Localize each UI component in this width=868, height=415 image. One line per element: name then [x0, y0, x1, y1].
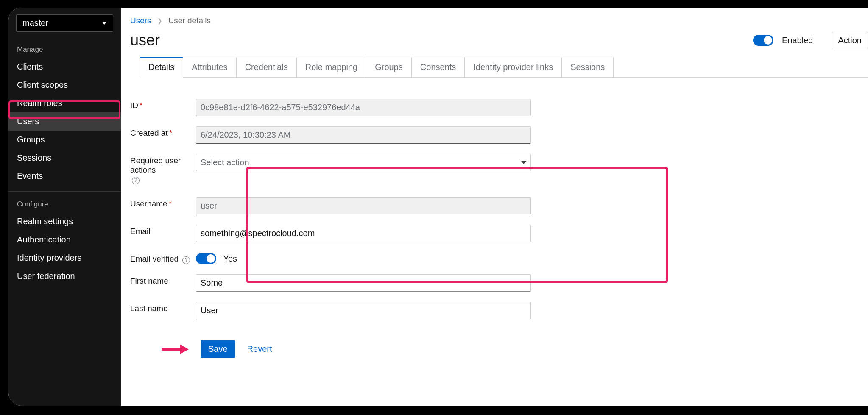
- tab-identity-provider-links[interactable]: Identity provider links: [465, 57, 562, 77]
- username-label: Username*: [130, 197, 196, 209]
- breadcrumb: Users ❯ User details: [130, 16, 868, 31]
- sidebar-item-users[interactable]: Users: [8, 112, 121, 131]
- realm-selector[interactable]: master: [16, 14, 113, 32]
- tab-role-mapping[interactable]: Role mapping: [297, 57, 366, 77]
- created-field: [196, 126, 531, 144]
- lastname-label: Last name: [130, 302, 196, 313]
- tab-consents[interactable]: Consents: [412, 57, 465, 77]
- sidebar-item-clients[interactable]: Clients: [8, 58, 121, 76]
- tabs: Details Attributes Credentials Role mapp…: [140, 57, 868, 78]
- enabled-toggle[interactable]: [753, 35, 773, 46]
- save-button[interactable]: Save: [201, 340, 235, 358]
- sidebar-item-events[interactable]: Events: [8, 167, 121, 185]
- firstname-field[interactable]: [196, 274, 531, 292]
- app-window: master Manage Clients Client scopes Real…: [8, 8, 868, 406]
- sidebar-item-identity-providers[interactable]: Identity providers: [8, 249, 121, 267]
- chevron-right-icon: ❯: [157, 17, 162, 24]
- tab-attributes[interactable]: Attributes: [183, 57, 236, 77]
- email-verified-label: Email verified ?: [130, 252, 196, 264]
- sidebar-item-groups[interactable]: Groups: [8, 131, 121, 149]
- chevron-down-icon: [102, 22, 107, 25]
- page-title: user: [130, 31, 745, 49]
- enabled-label: Enabled: [782, 36, 813, 45]
- breadcrumb-users[interactable]: Users: [130, 16, 151, 25]
- required-actions-select[interactable]: Select action: [196, 154, 531, 171]
- tab-details[interactable]: Details: [140, 57, 183, 78]
- email-verified-value: Yes: [223, 254, 237, 263]
- sidebar-item-authentication[interactable]: Authentication: [8, 231, 121, 249]
- breadcrumb-current: User details: [168, 16, 211, 25]
- sidebar: master Manage Clients Client scopes Real…: [8, 8, 121, 406]
- lastname-field[interactable]: [196, 302, 531, 319]
- id-label: ID*: [130, 99, 196, 110]
- form-footer: Save Revert: [130, 324, 868, 358]
- toggle-knob: [764, 36, 772, 45]
- email-verified-toggle[interactable]: [196, 253, 216, 264]
- action-button[interactable]: Action: [832, 32, 868, 49]
- username-field: [196, 197, 531, 214]
- sidebar-item-user-federation[interactable]: User federation: [8, 267, 121, 285]
- sidebar-item-client-scopes[interactable]: Client scopes: [8, 76, 121, 94]
- id-field: [196, 99, 531, 116]
- required-actions-label: Required user actions ?: [130, 154, 196, 184]
- page-header: user Enabled Action: [130, 31, 868, 57]
- sidebar-section-manage: Manage: [8, 37, 121, 58]
- created-label: Created at*: [130, 126, 196, 138]
- toggle-knob: [207, 254, 215, 263]
- revert-button[interactable]: Revert: [247, 344, 272, 354]
- help-icon[interactable]: ?: [132, 177, 140, 184]
- email-field[interactable]: [196, 225, 531, 242]
- sidebar-item-realm-settings[interactable]: Realm settings: [8, 212, 121, 231]
- email-label: Email: [130, 225, 196, 236]
- help-icon[interactable]: ?: [182, 256, 190, 264]
- required-actions-placeholder: Select action: [201, 158, 249, 167]
- form-area: ID* Created at* Required user actions ?: [130, 78, 868, 358]
- realm-selector-label: master: [22, 18, 48, 28]
- sidebar-item-realm-roles[interactable]: Realm roles: [8, 94, 121, 112]
- svg-marker-1: [180, 345, 189, 354]
- tab-groups[interactable]: Groups: [366, 57, 412, 77]
- chevron-down-icon: [521, 161, 526, 164]
- tab-credentials[interactable]: Credentials: [237, 57, 297, 77]
- sidebar-section-configure: Configure: [8, 191, 121, 212]
- main-content: Users ❯ User details user Enabled Action…: [121, 8, 868, 406]
- arrow-icon: [161, 344, 189, 355]
- firstname-label: First name: [130, 274, 196, 286]
- tab-sessions[interactable]: Sessions: [562, 57, 614, 77]
- sidebar-item-sessions[interactable]: Sessions: [8, 149, 121, 167]
